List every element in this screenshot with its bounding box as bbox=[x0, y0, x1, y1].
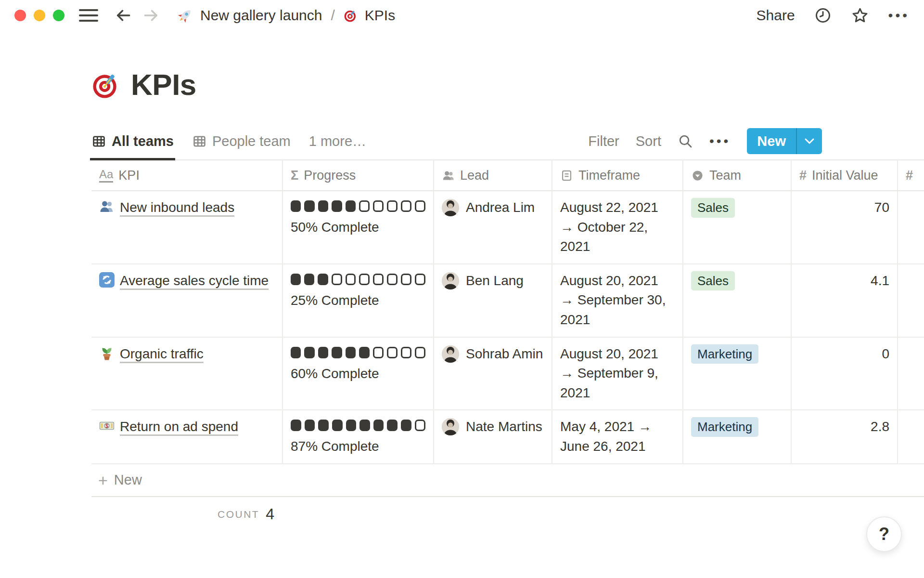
progress-cell[interactable]: 25% Complete bbox=[283, 264, 434, 337]
rocket-emoji-icon bbox=[177, 7, 193, 24]
more-options-icon[interactable]: ••• bbox=[888, 8, 910, 23]
favorite-star-icon[interactable] bbox=[851, 6, 869, 25]
target-emoji-icon bbox=[344, 8, 358, 23]
breadcrumb-page[interactable]: KPIs bbox=[365, 7, 395, 24]
kpi-title-link[interactable]: Return on ad spend bbox=[120, 419, 238, 434]
people-emoji-icon bbox=[99, 199, 115, 214]
kpi-title-link[interactable]: Average sales cycle time bbox=[120, 273, 269, 288]
initial-value-cell[interactable]: 4.1 bbox=[792, 264, 898, 337]
tab-people-team[interactable]: People team bbox=[192, 122, 291, 160]
kpi-cell[interactable]: New inbound leads bbox=[91, 191, 283, 263]
progress-bar bbox=[291, 271, 425, 285]
progress-bar bbox=[291, 417, 425, 431]
lead-name: Nate Martins bbox=[466, 417, 542, 437]
more-views-button[interactable]: 1 more… bbox=[309, 133, 366, 149]
new-button-label[interactable]: New bbox=[747, 128, 796, 154]
back-arrow-icon[interactable] bbox=[115, 7, 132, 24]
table-row: Organic traffic60% CompleteSohrab AminAu… bbox=[91, 338, 924, 411]
team-tag[interactable]: Sales bbox=[691, 271, 735, 291]
updates-clock-icon[interactable] bbox=[814, 7, 832, 24]
new-dropdown-chevron-icon[interactable] bbox=[797, 128, 822, 154]
search-icon[interactable] bbox=[678, 133, 693, 149]
initial-value-cell[interactable]: 70 bbox=[792, 191, 898, 263]
column-header-timeframe[interactable]: Timeframe bbox=[552, 160, 683, 190]
sidebar-menu-icon[interactable] bbox=[79, 9, 98, 22]
column-header-progress[interactable]: Σ Progress bbox=[283, 160, 434, 190]
kpi-title-link[interactable]: Organic traffic bbox=[120, 346, 204, 361]
team-cell[interactable]: Marketing bbox=[683, 338, 792, 410]
team-cell[interactable]: Sales bbox=[683, 191, 792, 263]
share-button[interactable]: Share bbox=[757, 7, 795, 24]
progress-bar bbox=[291, 198, 425, 212]
team-tag[interactable]: Marketing bbox=[691, 344, 758, 364]
sort-button[interactable]: Sort bbox=[636, 133, 661, 149]
page-title: KPIs bbox=[131, 67, 196, 102]
forward-arrow-icon[interactable] bbox=[142, 7, 160, 24]
view-options-ellipsis-icon[interactable]: ••• bbox=[709, 133, 731, 149]
column-header-cutoff[interactable]: # bbox=[898, 160, 924, 190]
timeframe-cell[interactable]: May 4, 2021 → June 26, 2021 bbox=[552, 410, 683, 463]
avatar bbox=[442, 199, 459, 216]
initial-value-cell[interactable]: 2.8 bbox=[792, 410, 898, 463]
cutoff-cell[interactable] bbox=[898, 410, 924, 463]
close-window-button[interactable] bbox=[14, 10, 26, 21]
lead-cell[interactable]: Ben Lang bbox=[434, 264, 552, 337]
lead-cell[interactable]: Andrea Lim bbox=[434, 191, 552, 263]
kpi-cell[interactable]: Organic traffic bbox=[91, 338, 283, 410]
select-icon bbox=[691, 169, 704, 182]
table-body: New inbound leads50% CompleteAndrea LimA… bbox=[91, 191, 924, 464]
table-row: $Return on ad spend87% CompleteNate Mart… bbox=[91, 410, 924, 464]
zoom-window-button[interactable] bbox=[53, 10, 64, 21]
breadcrumb-workspace[interactable]: New gallery launch bbox=[200, 7, 322, 24]
new-row-button[interactable]: + New bbox=[91, 464, 924, 496]
cutoff-cell[interactable] bbox=[898, 264, 924, 337]
new-button[interactable]: New bbox=[747, 128, 822, 154]
timeframe-cell[interactable]: August 22, 2021 → October 22, 2021 bbox=[552, 191, 683, 263]
avatar bbox=[442, 418, 459, 435]
lead-cell[interactable]: Sohrab Amin bbox=[434, 338, 552, 410]
progress-label: 25% Complete bbox=[291, 291, 425, 311]
team-tag[interactable]: Sales bbox=[691, 198, 735, 218]
table-row: Average sales cycle time25% CompleteBen … bbox=[91, 264, 924, 338]
lead-cell[interactable]: Nate Martins bbox=[434, 410, 552, 463]
timeframe-cell[interactable]: August 20, 2021 → September 30, 2021 bbox=[552, 264, 683, 337]
minimize-window-button[interactable] bbox=[34, 10, 45, 21]
table-view-icon bbox=[192, 134, 207, 149]
kpi-title-link[interactable]: New inbound leads bbox=[120, 200, 234, 215]
kpi-cell[interactable]: Average sales cycle time bbox=[91, 264, 283, 337]
column-header-initial-value[interactable]: # Initial Value bbox=[792, 160, 898, 190]
date-icon bbox=[560, 169, 573, 182]
filter-button[interactable]: Filter bbox=[588, 133, 619, 149]
team-tag[interactable]: Marketing bbox=[691, 417, 758, 437]
initial-value-cell[interactable]: 0 bbox=[792, 338, 898, 410]
lead-name: Sohrab Amin bbox=[466, 344, 543, 364]
count-calc[interactable]: COUNT 4 bbox=[91, 497, 283, 532]
column-header-kpi[interactable]: Aa KPI bbox=[91, 160, 283, 190]
avatar bbox=[442, 272, 459, 289]
breadcrumb: New gallery launch / KPIs bbox=[177, 7, 395, 24]
tab-all-teams[interactable]: All teams bbox=[91, 122, 174, 160]
progress-label: 60% Complete bbox=[291, 364, 425, 384]
window-titlebar: New gallery launch / KPIs Share ••• bbox=[0, 0, 924, 31]
team-cell[interactable]: Marketing bbox=[683, 410, 792, 463]
progress-cell[interactable]: 60% Complete bbox=[283, 338, 434, 410]
help-button[interactable]: ? bbox=[866, 516, 902, 552]
page-target-emoji-icon bbox=[91, 70, 121, 100]
lead-name: Andrea Lim bbox=[466, 198, 535, 218]
progress-cell[interactable]: 50% Complete bbox=[283, 191, 434, 263]
breadcrumb-separator: / bbox=[329, 7, 336, 24]
progress-cell[interactable]: 87% Complete bbox=[283, 410, 434, 463]
person-icon bbox=[442, 169, 455, 182]
progress-bar bbox=[291, 344, 425, 358]
column-header-lead[interactable]: Lead bbox=[434, 160, 552, 190]
count-value: 4 bbox=[266, 505, 274, 523]
money-emoji-icon: $ bbox=[99, 418, 115, 434]
cutoff-cell[interactable] bbox=[898, 338, 924, 410]
kpi-cell[interactable]: $Return on ad spend bbox=[91, 410, 283, 463]
timeframe-cell[interactable]: August 20, 2021 → September 9, 2021 bbox=[552, 338, 683, 410]
team-cell[interactable]: Sales bbox=[683, 264, 792, 337]
progress-label: 50% Complete bbox=[291, 218, 425, 237]
svg-text:$: $ bbox=[105, 423, 108, 429]
cutoff-cell[interactable] bbox=[898, 191, 924, 263]
column-header-team[interactable]: Team bbox=[683, 160, 792, 190]
